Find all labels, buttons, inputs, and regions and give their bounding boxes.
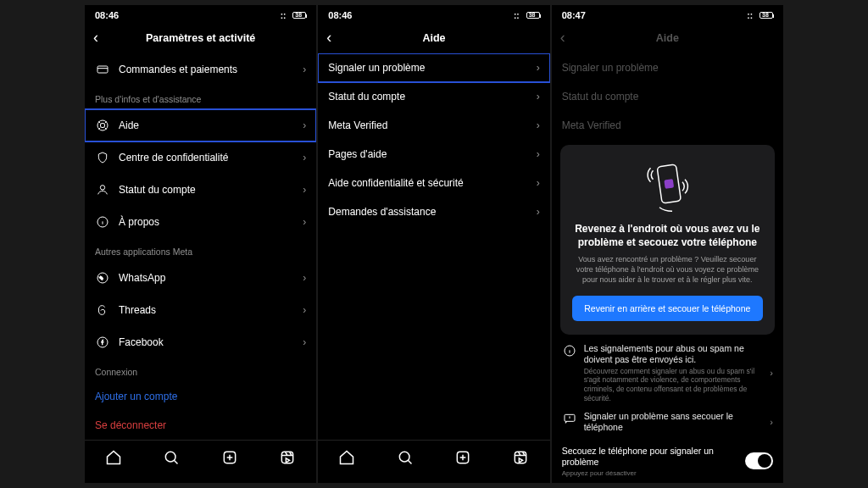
threads-icon <box>95 302 110 318</box>
row-label: À propos <box>119 216 159 228</box>
card-title: Revenez à l'endroit où vous avez vu le p… <box>572 223 763 249</box>
row-label: Statut du compte <box>328 91 405 103</box>
row-meta-verified[interactable]: Meta Verified › <box>318 111 549 140</box>
content: Signaler un problème Statut du compte Me… <box>552 53 783 483</box>
message-warning-icon <box>562 411 577 426</box>
chevron-right-icon: › <box>303 64 306 75</box>
section-meta-apps: Autres applications Meta <box>85 238 316 262</box>
chevron-right-icon: › <box>537 119 540 131</box>
chevron-right-icon: › <box>537 177 540 189</box>
row-commands-payments[interactable]: Commandes et paiements › <box>85 53 316 86</box>
info-icon <box>95 214 110 230</box>
svg-rect-0 <box>97 66 108 73</box>
content: Commandes et paiements › Plus d'infos et… <box>85 53 316 440</box>
row-report-problem[interactable]: Signaler un problème › <box>318 53 549 82</box>
info-report-without-shake[interactable]: Signaler un problème sans secouer le tél… <box>562 411 773 433</box>
row-label: Pages d'aide <box>328 148 387 160</box>
chevron-right-icon: › <box>770 368 773 378</box>
chevron-right-icon: › <box>303 119 306 131</box>
toggle-subtitle: Appuyez pour désactiver <box>562 469 746 477</box>
row-add-account[interactable]: Ajouter un compte <box>85 382 316 411</box>
row-threads[interactable]: Threads › <box>85 294 316 326</box>
row-label: Threads <box>119 304 156 316</box>
lifebuoy-icon <box>95 118 110 133</box>
page-title: Aide <box>318 32 549 44</box>
status-right: :: 38 <box>747 11 773 20</box>
row-label: Meta Verified <box>328 119 387 131</box>
row-whatsapp[interactable]: WhatsApp › <box>85 262 316 294</box>
facebook-icon <box>95 335 110 350</box>
chevron-right-icon: › <box>303 304 306 316</box>
svg-point-3 <box>100 186 104 190</box>
row-logout[interactable]: Se déconnecter <box>85 411 316 440</box>
status-right: :: 38 <box>514 11 540 20</box>
shake-phone-icon <box>642 157 693 216</box>
tab-create[interactable] <box>454 449 471 469</box>
tab-search[interactable] <box>163 449 180 469</box>
content: Signaler un problème › Statut du compte … <box>318 53 549 440</box>
tab-home[interactable] <box>338 449 355 469</box>
row-account-status: Statut du compte <box>552 82 783 111</box>
screen-report-problem: 08:47 :: 38 ‹ Aide Signaler un problème … <box>552 5 783 483</box>
clock: 08:47 <box>562 10 586 20</box>
row-help-pages[interactable]: Pages d'aide › <box>318 140 549 169</box>
row-privacy-center[interactable]: Centre de confidentialité › <box>85 141 316 174</box>
tab-reels[interactable] <box>512 449 529 469</box>
tab-reels[interactable] <box>279 449 296 469</box>
info-icon <box>562 343 577 358</box>
row-facebook[interactable]: Facebook › <box>85 326 316 358</box>
row-label: Facebook <box>119 336 164 348</box>
status-bar: 08:46 :: 38 <box>85 5 316 22</box>
row-label: Statut du compte <box>119 184 196 196</box>
svg-point-7 <box>166 452 176 462</box>
chevron-right-icon: › <box>537 91 540 103</box>
row-label: Demandes d'assistance <box>328 206 436 218</box>
header: ‹ Paramètres et activité <box>85 22 316 53</box>
row-label: Se déconnecter <box>95 419 166 431</box>
person-icon <box>95 182 110 197</box>
status-right: :: 38 <box>281 11 307 20</box>
tab-home[interactable] <box>105 449 122 469</box>
tabbar <box>318 440 549 483</box>
shield-icon <box>95 150 110 165</box>
row-account-status[interactable]: Statut du compte › <box>318 82 549 111</box>
signal-icon: :: <box>747 11 753 20</box>
row-help[interactable]: Aide › <box>85 109 316 141</box>
status-bar: 08:47 :: 38 <box>552 5 783 22</box>
section-more-info: Plus d'infos et d'assistance <box>85 86 316 109</box>
svg-rect-14 <box>665 179 675 189</box>
row-label: Meta Verified <box>562 119 621 131</box>
row-about[interactable]: À propos › <box>85 206 316 238</box>
toggle-title: Secouez le téléphone pour signaler un pr… <box>562 446 746 468</box>
page-title: Aide <box>552 32 783 44</box>
tab-search[interactable] <box>397 449 414 469</box>
row-privacy-security-help[interactable]: Aide confidentialité et sécurité › <box>318 169 549 197</box>
shake-cta-button[interactable]: Revenir en arrière et secouer le télépho… <box>572 296 763 321</box>
row-label: Statut du compte <box>562 91 639 103</box>
battery-icon: 38 <box>526 12 540 19</box>
row-label: Aide <box>119 119 139 131</box>
chevron-right-icon: › <box>303 184 306 196</box>
row-report-problem: Signaler un problème <box>552 53 783 82</box>
row-meta-verified: Meta Verified <box>552 111 783 140</box>
shake-toggle[interactable] <box>745 452 773 469</box>
card-subtitle: Vous avez rencontré un problème ? Veuill… <box>572 254 763 285</box>
card-icon <box>95 62 110 77</box>
chevron-right-icon: › <box>303 216 306 228</box>
chevron-right-icon: › <box>303 272 306 284</box>
battery-icon: 38 <box>760 12 773 19</box>
row-support-requests[interactable]: Demandes d'assistance › <box>318 197 549 226</box>
info-title: Signaler un problème sans secouer le tél… <box>584 411 764 433</box>
header: ‹ Aide <box>318 22 549 53</box>
info-abuse-spam[interactable]: Les signalements pour abus ou spam ne do… <box>562 343 773 403</box>
header: ‹ Aide <box>552 22 783 53</box>
clock: 08:46 <box>95 10 119 20</box>
status-bar: 08:46 :: 38 <box>318 5 549 22</box>
row-account-status[interactable]: Statut du compte › <box>85 174 316 206</box>
tab-create[interactable] <box>221 449 238 469</box>
row-label: Signaler un problème <box>562 62 659 74</box>
clock: 08:46 <box>328 10 352 20</box>
chevron-right-icon: › <box>537 62 540 74</box>
chevron-right-icon: › <box>537 206 540 218</box>
chevron-right-icon: › <box>537 148 540 160</box>
